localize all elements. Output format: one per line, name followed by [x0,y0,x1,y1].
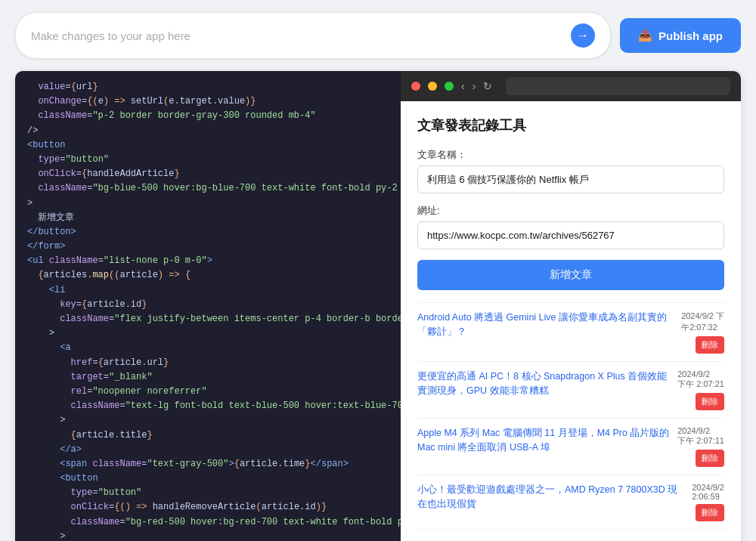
code-line: type="button" [15,486,401,500]
code-line: key={article.id} [15,298,401,312]
code-line: {articles.map((article) => { [15,268,401,283]
article-link[interactable]: Apple M4 系列 Mac 電腦傳聞 11 月登場，M4 Pro 晶片版的 … [417,426,671,455]
app-title: 文章發表記錄工具 [417,116,724,134]
code-line: </button> [15,225,401,240]
publish-label: Publish app [658,29,723,42]
delete-button[interactable]: 刪除 [696,336,724,354]
title-form-group: 文章名稱： [417,148,724,193]
browser-address-bar[interactable] [506,77,730,95]
article-meta: 2024/9/2下午 2:07:21刪除 [677,369,724,410]
article-meta: 2024/9/22:06:59刪除 [692,483,724,521]
article-time: 2024/9/22:06:59 [692,483,724,501]
article-list: Android Auto 將透過 Gemini Live 讓你愛車成為名副其實的… [417,302,724,530]
article-meta: 2024/9/2下午 2:07:11刪除 [677,426,724,467]
code-line: className="flex justify-between items-ce… [15,312,401,326]
code-line: className="bg-blue-500 hover:bg-blue-700… [15,181,401,196]
code-line: <a [15,341,401,355]
code-line: target="_blank" [15,370,401,385]
browser-minimize-button[interactable] [428,82,437,91]
code-line: className="text-lg font-bold text-blue-5… [15,399,401,413]
add-article-button[interactable]: 新增文章 [417,260,724,290]
article-item: 小心！最受歡迎遊戲處理器之一，AMD Ryzen 7 7800X3D 現在也出現… [417,475,724,530]
top-bar: Make changes to your app here → 📤 Publis… [15,12,741,59]
url-input[interactable] [417,221,724,249]
url-label: 網址: [417,204,724,218]
code-line: > [15,326,401,341]
title-label: 文章名稱： [417,148,724,162]
code-line: > [15,413,401,428]
article-item: 更便宜的高通 AI PC！8 核心 Snapdragon X Plus 首個效能… [417,362,724,419]
code-line: onClick={handleAddArticle} [15,167,401,181]
code-line: > [15,196,401,211]
code-line: <button [15,471,401,486]
browser-maximize-button[interactable] [445,82,454,91]
publish-button[interactable]: 📤 Publish app [620,18,741,53]
code-line: 新增文章 [15,211,401,225]
code-line: <li [15,283,401,298]
app-content: 文章發表記錄工具 文章名稱： 網址: 新增文章 Android Auto 將透過… [401,101,741,541]
article-time: 2024/9/2 下午2:07:32 [681,311,724,333]
article-link[interactable]: Android Auto 將透過 Gemini Live 讓你愛車成為名副其實的… [417,311,675,339]
article-time: 2024/9/2下午 2:07:21 [677,369,724,390]
search-placeholder: Make changes to your app here [31,29,191,42]
search-box[interactable]: Make changes to your app here → [15,12,611,59]
main-content: value={url} onChange={(e) => setUrl(e.ta… [15,71,741,541]
url-form-group: 網址: [417,204,724,249]
browser-back-button[interactable]: ‹ [461,80,465,92]
code-line: <ul className="list-none p-0 m-0"> [15,254,401,268]
article-item: Android Auto 將透過 Gemini Live 讓你愛車成為名副其實的… [417,303,724,362]
article-item: Apple M4 系列 Mac 電腦傳聞 11 月登場，M4 Pro 晶片版的 … [417,419,724,475]
code-panel: value={url} onChange={(e) => setUrl(e.ta… [15,71,401,541]
code-line: type="button" [15,153,401,167]
delete-button[interactable]: 刪除 [696,450,724,467]
code-line: className="p-2 border border-gray-300 ro… [15,109,401,123]
code-line: onClick={() => handleRemoveArticle(artic… [15,500,401,515]
browser-close-button[interactable] [411,82,420,91]
article-link[interactable]: 小心！最受歡迎遊戲處理器之一，AMD Ryzen 7 7800X3D 現在也出現… [417,483,686,512]
code-line: <button [15,138,401,153]
code-line: > [15,530,401,541]
code-line: </form> [15,240,401,254]
code-line: value={url} [15,80,401,94]
delete-button[interactable]: 刪除 [696,393,724,410]
title-input[interactable] [417,165,724,193]
code-line: onChange={(e) => setUrl(e.target.value)} [15,94,401,109]
code-line: {article.title} [15,428,401,443]
browser-chrome: ‹ › ↻ [401,71,741,101]
code-line: className="bg-red-500 hover:bg-red-700 t… [15,515,401,530]
app-panel: ‹ › ↻ 文章發表記錄工具 文章名稱： 網址: 新增文章 Android Au… [401,71,741,541]
delete-button[interactable]: 刪除 [696,504,724,521]
code-line: </a> [15,443,401,457]
code-line: <span className="text-gray-500">{article… [15,457,401,471]
code-line: rel="noopener noreferrer" [15,385,401,399]
article-link[interactable]: 更便宜的高通 AI PC！8 核心 Snapdragon X Plus 首個效能… [417,369,671,398]
publish-icon: 📤 [638,29,652,42]
code-line: href={article.url} [15,356,401,370]
code-line: /> [15,124,401,138]
browser-forward-button[interactable]: › [472,80,476,92]
article-meta: 2024/9/2 下午2:07:32刪除 [681,311,724,354]
browser-reload-button[interactable]: ↻ [483,80,492,92]
article-time: 2024/9/2下午 2:07:11 [677,426,724,447]
search-submit-button[interactable]: → [571,23,595,48]
